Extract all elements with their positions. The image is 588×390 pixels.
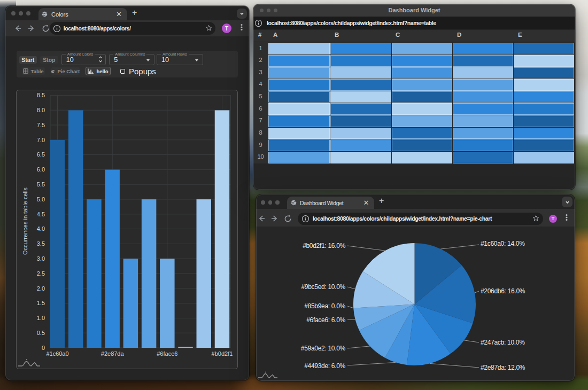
svg-text:4.0: 4.0 [37,225,45,232]
svg-text:#1c60a0: #1c60a0 [46,350,68,357]
svg-text:#2e87da: 12.0%: #2e87da: 12.0% [481,364,525,371]
svg-text:#2e87da: #2e87da [101,350,125,357]
svg-text:7.0: 7.0 [37,137,45,143]
svg-text:#6face6: 6.0%: #6face6: 6.0% [306,316,345,324]
svg-text:#6face6: #6face6 [157,350,177,357]
svg-text:#206db6: 16.0%: #206db6: 16.0% [481,287,525,295]
svg-text:8.0: 8.0 [37,107,45,113]
svg-text:#1c60a0: 14.0%: #1c60a0: 14.0% [481,240,525,247]
svg-text:3.0: 3.0 [37,255,45,262]
svg-text:0.5: 0.5 [37,330,45,336]
svg-text:5.5: 5.5 [37,181,45,188]
svg-text:#b0d2f1: 16.0%: #b0d2f1: 16.0% [303,242,346,249]
svg-text:#59a0e2: 10.0%: #59a0e2: 10.0% [301,345,346,352]
svg-text:4.5: 4.5 [37,211,45,217]
svg-text:#85b9ea: 0.0%: #85b9ea: 0.0% [304,302,345,310]
svg-text:6.5: 6.5 [37,151,45,158]
svg-text:0: 0 [42,345,45,351]
svg-text:6.0: 6.0 [37,166,45,173]
svg-text:2.0: 2.0 [37,285,45,292]
svg-text:5.0: 5.0 [37,196,45,202]
svg-text:Occurrences in table cells: Occurrences in table cells [22,188,28,255]
svg-text:1.0: 1.0 [37,315,45,321]
svg-text:2.5: 2.5 [37,270,45,277]
svg-text:#b0d2f1: #b0d2f1 [212,350,233,357]
svg-text:8.5: 8.5 [37,92,45,98]
svg-text:#247acb: 10.0%: #247acb: 10.0% [481,339,525,346]
svg-text:#9bc5ed: 10.0%: #9bc5ed: 10.0% [301,283,345,291]
svg-text:1.5: 1.5 [37,300,45,306]
svg-text:7.5: 7.5 [37,122,45,128]
svg-text:#4493de: 6.0%: #4493de: 6.0% [304,362,345,370]
svg-text:3.5: 3.5 [37,240,45,247]
